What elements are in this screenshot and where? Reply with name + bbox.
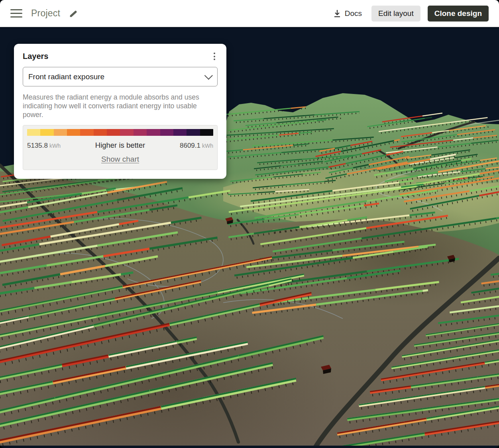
app-window: Project Docs Edit layout Clone design La… [0,0,499,448]
page-title: Project [31,8,60,19]
legend-min-unit: kWh [49,143,61,149]
layers-panel-title: Layers [23,52,49,61]
legend-direction-label: Higher is better [95,141,145,150]
top-toolbar: Project Docs Edit layout Clone design [0,0,499,27]
kebab-menu-icon[interactable] [211,52,218,61]
edit-layout-button[interactable]: Edit layout [371,6,420,22]
layer-select-dropdown[interactable]: Front radiant exposure [23,67,218,86]
legend-max-unit: kWh [202,143,213,149]
clone-design-button[interactable]: Clone design [428,6,489,22]
layer-select-value: Front radiant exposure [28,72,104,81]
show-chart-link[interactable]: Show chart [27,155,213,164]
terrain-shadow [299,203,499,307]
hamburger-menu-icon[interactable] [10,9,22,18]
color-scale-bar [27,129,213,136]
chevron-down-icon [204,71,213,80]
download-icon [333,9,341,18]
legend-max-value: 8609.1 [180,142,200,149]
legend-min-value: 5135.8 [27,142,48,149]
docs-label: Docs [345,9,362,18]
layer-description: Measures the radiant energy a module abs… [23,93,218,119]
docs-download-button[interactable]: Docs [331,8,364,20]
legend-max: 8609.1kWh [180,142,213,150]
edit-project-name-icon[interactable] [69,9,79,18]
legend-min: 5135.8kWh [27,142,61,150]
layers-panel: Layers Front radiant exposure Measures t… [14,44,226,179]
legend-box: 5135.8kWh Higher is better 8609.1kWh Sho… [23,125,218,170]
